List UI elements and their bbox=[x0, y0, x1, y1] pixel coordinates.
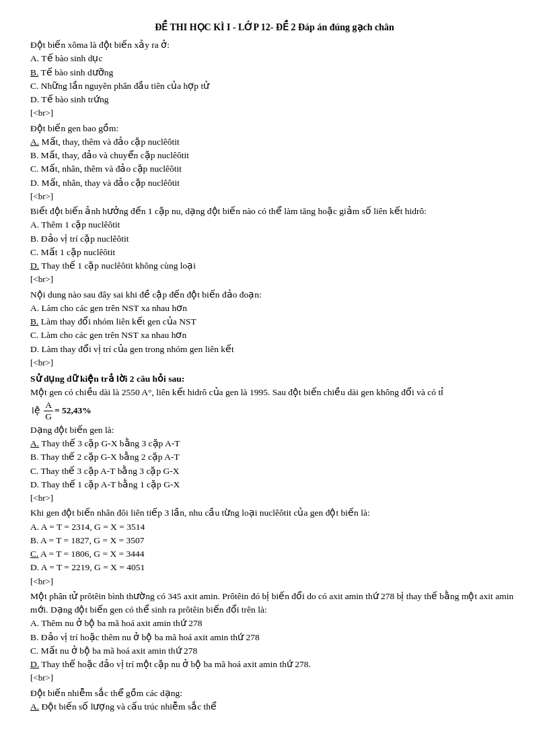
fraction-denominator: G bbox=[44, 411, 53, 422]
q6-b: B. A = T = 1827, G = X = 3507 bbox=[30, 534, 519, 547]
fraction-equal: = 52,43% bbox=[54, 404, 92, 417]
page-container: ĐỀ THI HỌC KÌ I - LỚP 12- ĐỀ 2 Đáp án đú… bbox=[30, 20, 519, 714]
q8-text: Đột biến nhiễm sắc thể gồm các dạng: bbox=[30, 688, 182, 698]
q5-b: B. Thay thế 2 cặp G-X bằng 2 cặp A-T bbox=[30, 450, 519, 464]
q7-text: Một phân tử prôtêin bình thường có 345 a… bbox=[30, 591, 513, 615]
question-1: Đột biến xôma là đột biến xảy ra ở: A. T… bbox=[30, 38, 519, 121]
q1-b: B. Tế bào sinh dưỡng bbox=[30, 66, 519, 79]
q7-d: D. Thay thế hoặc đảo vị trí một cặp nu ở… bbox=[30, 658, 519, 671]
q1-text: Đột biến xôma là đột biến xảy ra ở: bbox=[30, 40, 170, 50]
q7-a: A. Thêm nu ở bộ ba mã hoá axit amin thứ … bbox=[30, 617, 519, 630]
fraction-label: lệ bbox=[32, 404, 40, 417]
q7-c: C. Mất nu ở bộ ba mã hoá axit amin thứ 2… bbox=[30, 644, 519, 658]
q2-a: A. Mất, thay, thêm và đảo cặp nuclêôtit bbox=[30, 135, 519, 149]
q6-a: A. A = T = 2314, G = X = 3514 bbox=[30, 520, 519, 534]
q4-d: D. Làm thay đổi vị trí của gen trong nhó… bbox=[30, 343, 519, 356]
special-text: Một gen có chiều dài là 2550 A°, liên kế… bbox=[30, 387, 443, 397]
br-5: [<br>] bbox=[30, 493, 53, 503]
q2-d: D. Mất, nhân, thay và đảo cặp nuclêôtit bbox=[30, 176, 519, 190]
q1-a: A. Tế bào sinh dục bbox=[30, 52, 519, 65]
q4-b: B. Làm thay đổi nhóm liên kết gen của NS… bbox=[30, 315, 519, 329]
q3-a: A. Thêm 1 cặp nuclêôtit bbox=[30, 218, 519, 232]
q2-c: C. Mất, nhân, thêm và đảo cặp nuclêôtit bbox=[30, 162, 519, 176]
q2-text: Đột biến gen bao gồm: bbox=[30, 123, 118, 133]
q1-c: C. Những lần nguyên phân đầu tiên của hợ… bbox=[30, 79, 519, 93]
q7-b: B. Đảo vị trí hoặc thêm nu ở bộ ba mã ho… bbox=[30, 631, 519, 644]
question-5: Dạng đột biến gen là: A. Thay thế 3 cặp … bbox=[30, 423, 519, 506]
q2-b: B. Mất, thay, đảo và chuyển cặp nuclêôti… bbox=[30, 149, 519, 162]
br-7: [<br>] bbox=[30, 673, 53, 683]
q5-c: C. Thay thế 3 cặp A-T bằng 3 cặp G-X bbox=[30, 465, 519, 478]
question-6: Khi gen đột biến nhân đôi liên tiếp 3 lầ… bbox=[30, 506, 519, 588]
fraction: A G bbox=[44, 400, 53, 422]
question-2: Đột biến gen bao gồm: A. Mất, thay, thêm… bbox=[30, 122, 519, 204]
br-3: [<br>] bbox=[30, 274, 53, 284]
question-4: Nội dung nào sau đây sai khi đề cập đến … bbox=[30, 288, 519, 370]
fraction-line: lệ A G = 52,43% bbox=[32, 400, 519, 422]
question-7: Một phân tử prôtêin bình thường có 345 a… bbox=[30, 590, 519, 685]
q6-d: D. A = T = 2219, G = X = 4051 bbox=[30, 561, 519, 574]
q4-c: C. Làm cho các gen trên NST xa nhau hơn bbox=[30, 329, 519, 342]
special-section: Sử dụng dữ kiện trả lời 2 câu hỏi sau: M… bbox=[30, 372, 519, 422]
q1-d: D. Tế bào sinh trứng bbox=[30, 93, 519, 106]
q4-a: A. Làm cho các gen trên NST xa nhau hơn bbox=[30, 302, 519, 315]
q3-c: C. Mất 1 cặp nuclêôtit bbox=[30, 246, 519, 259]
fraction-numerator: A bbox=[44, 400, 53, 411]
q8-a: A. Đột biến số lượng và cấu trúc nhiễm s… bbox=[30, 700, 519, 714]
q6-c: C. A = T = 1806, G = X = 3444 bbox=[30, 547, 519, 561]
br-4: [<br>] bbox=[30, 357, 53, 368]
question-3: Biết đột biến ảnh hưởng đến 1 cặp nu, dạ… bbox=[30, 205, 519, 287]
q3-d: D. Thay thế 1 cặp nuclêôtit không cùng l… bbox=[30, 259, 519, 273]
question-8: Đột biến nhiễm sắc thể gồm các dạng: A. … bbox=[30, 687, 519, 714]
special-title: Sử dụng dữ kiện trả lời 2 câu hỏi sau: bbox=[30, 374, 184, 384]
br-6: [<br>] bbox=[30, 576, 53, 586]
q4-text: Nội dung nào sau đây sai khi đề cập đến … bbox=[30, 289, 262, 300]
br-1: [<br>] bbox=[30, 108, 53, 118]
q6-text: Khi gen đột biến nhân đôi liên tiếp 3 lầ… bbox=[30, 508, 370, 518]
q5-text: Dạng đột biến gen là: bbox=[30, 425, 114, 435]
q5-a: A. Thay thế 3 cặp G-X bằng 3 cặp A-T bbox=[30, 437, 519, 450]
q5-d: D. Thay thế 1 cặp A-T bằng 1 cặp G-X bbox=[30, 478, 519, 491]
q3-b: B. Đảo vị trí cặp nuclêôtit bbox=[30, 232, 519, 246]
page-title: ĐỀ THI HỌC KÌ I - LỚP 12- ĐỀ 2 Đáp án đú… bbox=[30, 20, 519, 34]
q3-text: Biết đột biến ảnh hưởng đến 1 cặp nu, dạ… bbox=[30, 206, 427, 216]
br-2: [<br>] bbox=[30, 191, 53, 201]
